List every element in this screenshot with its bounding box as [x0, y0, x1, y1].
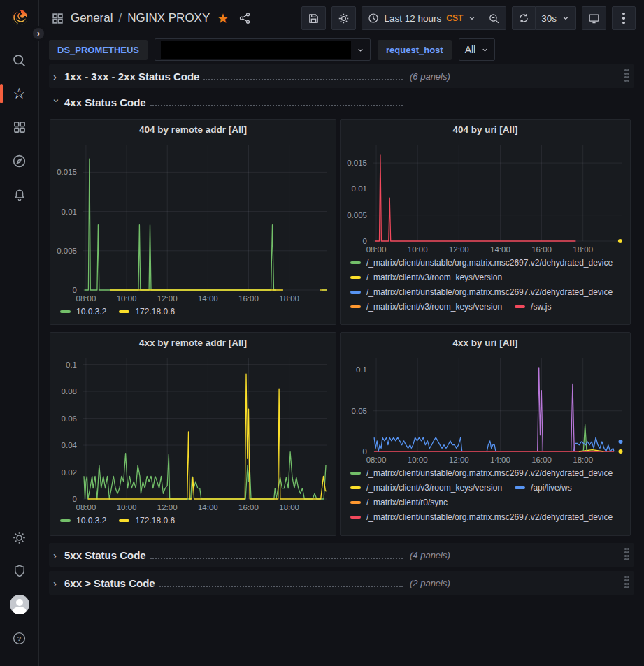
legend-item[interactable]: 172.18.0.6: [119, 307, 175, 317]
breadcrumb-section[interactable]: General: [71, 11, 113, 25]
legend-label: /_matrix/client/v3/room_keys/version: [366, 302, 502, 312]
panel-title[interactable]: 404 by uri [All]: [341, 120, 630, 139]
refresh-interval-picker[interactable]: 30s: [536, 6, 576, 30]
svg-text:12:00: 12:00: [157, 503, 178, 512]
svg-text:0.02: 0.02: [62, 468, 77, 477]
more-options-button[interactable]: [612, 6, 636, 30]
gear-icon: [338, 13, 350, 24]
row-dotted-leader: [203, 72, 403, 80]
grafana-logo-icon[interactable]: [9, 7, 30, 28]
dashboard-grid-icon: [52, 13, 64, 24]
legend-item[interactable]: /_matrix/client/unstable/org.matrix.msc2…: [350, 287, 613, 297]
legend-item[interactable]: /_matrix/client/unstable/org.matrix.msc2…: [350, 468, 613, 478]
row-title: 4xx Status Code: [64, 96, 146, 108]
row-1xx-3xx-2xx[interactable]: › 1xx - 3xx - 2xx Status Code (6 panels): [49, 64, 634, 88]
legend-label: 172.18.0.6: [135, 516, 175, 526]
legend-item[interactable]: 10.0.3.2: [60, 516, 106, 526]
svg-text:14:00: 14:00: [198, 503, 218, 512]
chart-legend: /_matrix/client/unstable/org.matrix.msc2…: [341, 256, 630, 319]
svg-text:0.015: 0.015: [347, 159, 367, 167]
chart-plot-area[interactable]: 08:0010:0012:0014:0016:0018:0000.050.1: [341, 352, 630, 467]
legend-item[interactable]: 172.18.0.6: [119, 516, 175, 526]
sidebar-item-search[interactable]: [6, 46, 34, 74]
svg-text:0: 0: [73, 286, 77, 294]
request-host-variable-label[interactable]: request_host: [378, 40, 452, 60]
row-drag-handle[interactable]: [624, 548, 630, 562]
panel-404-by-remote-addr-all-: 404 by remote addr [All]08:0010:0012:001…: [50, 119, 336, 325]
avatar: [10, 595, 29, 614]
dashboard-settings-button[interactable]: [331, 6, 356, 30]
chevron-down-icon: [561, 14, 570, 22]
legend-item[interactable]: 10.0.3.2: [60, 307, 106, 317]
variables-bar: DS_PROMETHEUS request_host All: [39, 36, 644, 63]
svg-text:0.08: 0.08: [62, 387, 77, 396]
panel-title[interactable]: 404 by remote addr [All]: [50, 120, 336, 139]
datasource-variable-select[interactable]: [155, 38, 371, 61]
svg-text:0.06: 0.06: [62, 414, 77, 423]
panel-4xx-by-remote-addr-all-: 4xx by remote addr [All]08:0010:0012:001…: [50, 332, 336, 536]
legend-item[interactable]: /_matrix/client/v3/room_keys/version: [350, 302, 502, 312]
row-5xx[interactable]: › 5xx Status Code (4 panels): [49, 543, 634, 567]
chart-plot-area[interactable]: 08:0010:0012:0014:0016:0018:0000.0050.01…: [50, 139, 336, 305]
svg-text:0.005: 0.005: [57, 247, 77, 255]
datasource-variable-label[interactable]: DS_PROMETHEUS: [49, 40, 148, 60]
kiosk-mode-button[interactable]: [582, 6, 606, 30]
row-drag-handle[interactable]: [624, 69, 630, 83]
panel-title[interactable]: 4xx by uri [All]: [341, 333, 630, 352]
series-color-swatch: [350, 291, 361, 294]
sidebar-item-help[interactable]: ?: [6, 624, 34, 652]
refresh-button[interactable]: [512, 6, 536, 30]
sidebar-item-starred[interactable]: ☆: [6, 80, 34, 108]
chart-legend: /_matrix/client/unstable/org.matrix.msc2…: [341, 467, 630, 530]
row-panel-count: (6 panels): [410, 71, 450, 82]
row-dotted-leader: [159, 579, 403, 587]
chart-legend: 10.0.3.2172.18.0.6: [50, 514, 336, 533]
panel-title[interactable]: 4xx by remote addr [All]: [50, 333, 336, 352]
request-host-variable-select[interactable]: All: [459, 38, 496, 61]
svg-text:14:00: 14:00: [490, 456, 510, 464]
sidebar-expand-button[interactable]: ›: [31, 26, 46, 41]
chart-plot-area[interactable]: 08:0010:0012:0014:0016:0018:0000.020.040…: [50, 352, 336, 514]
sidebar-item-dashboards[interactable]: [6, 113, 34, 141]
row-4xx[interactable]: › 4xx Status Code: [49, 92, 634, 112]
series-color-swatch: [350, 305, 361, 308]
share-icon[interactable]: [238, 12, 251, 24]
chart-plot-area[interactable]: 08:0010:0012:0014:0016:0018:0000.0050.01…: [341, 139, 630, 256]
time-range-picker[interactable]: Last 12 hours CST: [362, 6, 482, 30]
sidebar-item-admin[interactable]: [6, 557, 34, 585]
svg-text:18:00: 18:00: [573, 456, 593, 464]
bell-icon: [13, 187, 27, 201]
chevron-down-icon: [357, 46, 364, 54]
sidebar-item-configuration[interactable]: [6, 523, 34, 551]
series-color-swatch: [350, 501, 361, 504]
series-color-swatch: [350, 261, 361, 264]
row-6xx[interactable]: › 6xx > Status Code (2 panels): [49, 571, 634, 595]
header-toolbar: Last 12 hours CST 30s: [301, 6, 636, 30]
legend-label: /_matrix/client/unstable/org.matrix.msc2…: [366, 512, 613, 522]
legend-item[interactable]: /_matrix/client/unstable/org.matrix.msc2…: [350, 512, 613, 522]
refresh-icon: [518, 13, 529, 24]
row-collapse-chevron-icon: ›: [53, 71, 60, 82]
legend-item[interactable]: /_matrix/client/v3/room_keys/version: [350, 273, 502, 282]
favorite-star-icon[interactable]: ★: [217, 10, 229, 27]
series-color-swatch: [515, 486, 525, 489]
legend-item[interactable]: /_matrix/client/unstable/org.matrix.msc2…: [350, 258, 613, 268]
gear-icon: [12, 530, 27, 545]
sidebar-item-profile[interactable]: [6, 591, 34, 618]
page-title[interactable]: NGINX PROXY: [127, 11, 210, 25]
legend-item[interactable]: /_matrix/client/v3/room_keys/version: [350, 483, 502, 493]
legend-item[interactable]: /api/live/ws: [515, 483, 572, 493]
legend-label: /api/live/ws: [531, 483, 572, 493]
time-zoom-out-button[interactable]: [482, 6, 506, 30]
legend-item[interactable]: /_matrix/client/r0/sync: [350, 498, 448, 507]
row-collapse-chevron-icon: ›: [53, 549, 60, 561]
svg-text:16:00: 16:00: [238, 503, 259, 512]
help-icon: ?: [12, 631, 27, 646]
row-drag-handle[interactable]: [624, 576, 630, 590]
sidebar-item-alerting[interactable]: [6, 180, 34, 208]
sidebar-item-explore[interactable]: [6, 147, 34, 175]
svg-text:16:00: 16:00: [531, 456, 552, 464]
legend-label: /_matrix/client/r0/sync: [366, 498, 448, 507]
legend-item[interactable]: /sw.js: [515, 302, 551, 312]
save-dashboard-button[interactable]: [301, 6, 326, 30]
